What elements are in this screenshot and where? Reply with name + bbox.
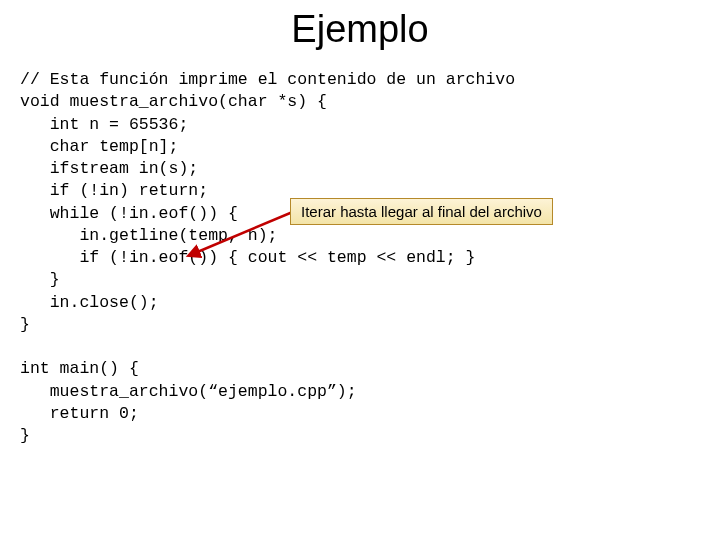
slide-title: Ejemplo: [0, 8, 720, 51]
code-block: // Esta función imprime el contenido de …: [20, 69, 720, 448]
